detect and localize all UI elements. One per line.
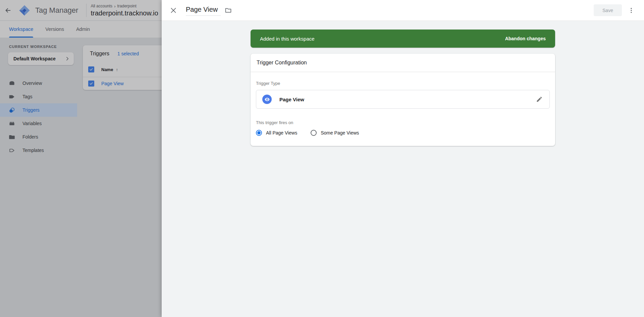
radio-unselected-icon (311, 130, 317, 136)
trigger-configuration-title: Trigger Configuration (251, 54, 555, 72)
app: Tag Manager All accounts › traderpoint t… (0, 0, 644, 317)
fires-on-options: All Page Views Some Page Views (256, 130, 550, 136)
trigger-type-label: Trigger Type (256, 81, 550, 86)
move-to-folder-button[interactable] (224, 6, 232, 14)
page-view-trigger-icon (262, 95, 272, 104)
more-options-button[interactable] (627, 6, 635, 14)
trigger-editor-panel: Page View Save Added in this workspace A… (162, 0, 644, 317)
pencil-icon (536, 96, 543, 103)
fires-on-label: This trigger fires on (256, 120, 550, 125)
trigger-name-input[interactable]: Page View (186, 5, 221, 16)
radio-selected-icon (256, 130, 262, 136)
folder-outline-icon (225, 7, 232, 14)
trigger-type-value: Page View (279, 97, 304, 102)
kebab-menu-icon (628, 7, 635, 14)
panel-body: Added in this workspace Abandon changes … (162, 21, 644, 146)
trigger-configuration-card: Trigger Configuration Trigger Type Page … (251, 54, 555, 146)
save-button[interactable]: Save (594, 4, 622, 16)
edit-trigger-type-button[interactable] (535, 95, 543, 103)
panel-header: Page View Save (162, 0, 644, 21)
close-icon (170, 7, 177, 14)
radio-some-page-views[interactable]: Some Page Views (311, 130, 359, 136)
workspace-status-banner: Added in this workspace Abandon changes (251, 30, 555, 48)
abandon-changes-button[interactable]: Abandon changes (505, 36, 546, 41)
radio-all-page-views[interactable]: All Page Views (256, 130, 297, 136)
banner-message: Added in this workspace (260, 36, 315, 42)
close-button[interactable] (170, 7, 177, 14)
trigger-type-box[interactable]: Page View (256, 90, 550, 109)
